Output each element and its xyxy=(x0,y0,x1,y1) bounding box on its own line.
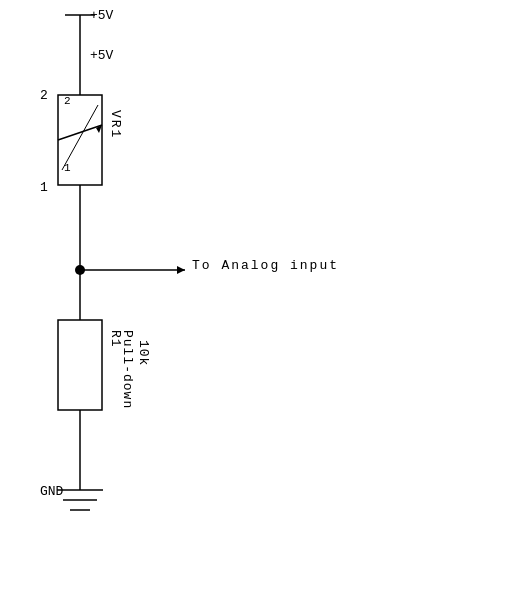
pot-pin1-label: 1 xyxy=(40,180,48,195)
vr1-label: VR1 xyxy=(108,110,123,139)
pulldown-label: Pull-down xyxy=(120,330,135,409)
resistance-label: 10k xyxy=(136,340,151,366)
circuit-svg xyxy=(0,0,528,600)
pot-pin2-label: 2 xyxy=(40,88,48,103)
pot-pin2-inside-label: 2 xyxy=(64,95,71,107)
pot-pin1-inside-label: 1 xyxy=(64,162,71,174)
schematic-diagram: +5V +5V 2 2 VR1 1 1 To Analog input R1 P… xyxy=(0,0,528,600)
analog-input-label: To Analog input xyxy=(192,258,339,273)
gnd-label: GND xyxy=(40,484,63,499)
svg-rect-12 xyxy=(58,320,102,410)
vcc-top-label: +5V xyxy=(90,8,113,23)
svg-marker-10 xyxy=(177,266,185,274)
vcc-node-label: +5V xyxy=(90,48,113,63)
